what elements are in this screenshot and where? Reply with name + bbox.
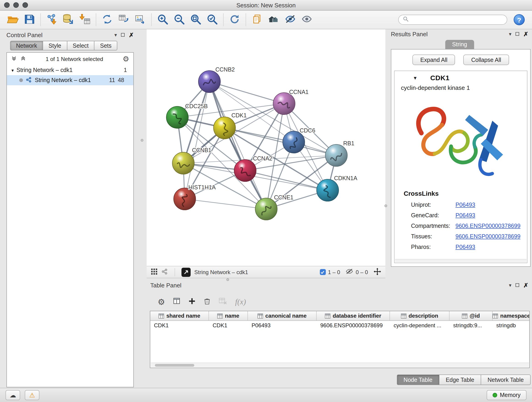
- expand-all-networks-icon[interactable]: [11, 55, 17, 63]
- splitter-grip[interactable]: [226, 278, 229, 281]
- show-columns-icon[interactable]: [173, 297, 181, 307]
- column-header-canonical-name[interactable]: canonical name: [248, 311, 317, 320]
- memory-button[interactable]: Memory: [487, 390, 526, 400]
- zoom-window-button[interactable]: [22, 2, 28, 8]
- crosslink-link-tissues[interactable]: 9606.ENSP00000378699: [456, 233, 520, 240]
- network-node-cdk1[interactable]: CDK1: [214, 112, 247, 139]
- zoom-in-button[interactable]: [154, 12, 171, 27]
- network-node-ccnb2[interactable]: CCNB2: [198, 66, 235, 93]
- scrollbar-thumb[interactable]: [155, 364, 194, 367]
- network-edge[interactable]: [185, 82, 209, 199]
- search-input[interactable]: [411, 17, 503, 23]
- network-edge[interactable]: [185, 199, 266, 209]
- panel-menu-button[interactable]: ▾: [509, 31, 511, 37]
- network-edge[interactable]: [209, 82, 284, 104]
- network-edge[interactable]: [209, 82, 266, 209]
- zoom-out-button[interactable]: [171, 12, 187, 27]
- splitter-grip[interactable]: [385, 204, 387, 207]
- tab-network[interactable]: Network: [10, 41, 43, 51]
- import-table-button[interactable]: [76, 12, 93, 27]
- network-edge[interactable]: [225, 128, 336, 155]
- column-header-namespace[interactable]: namespace: [493, 311, 530, 320]
- crosslink-link-genecard[interactable]: P06493: [456, 212, 475, 218]
- network-share-icon[interactable]: [161, 268, 168, 276]
- network-edge[interactable]: [245, 171, 328, 190]
- add-column-icon[interactable]: [188, 297, 196, 306]
- help-button[interactable]: ?: [514, 14, 525, 25]
- splitter-grip[interactable]: [141, 139, 143, 142]
- network-from-table-button[interactable]: [115, 12, 132, 27]
- crosslink-link-pharos[interactable]: P06493: [456, 244, 475, 250]
- tab-edge-table[interactable]: Edge Table: [439, 375, 481, 385]
- table-options-gear-icon[interactable]: ⚙: [158, 298, 165, 306]
- network-node-ccnb1[interactable]: CCNB1: [172, 147, 211, 174]
- tab-sets[interactable]: Sets: [95, 41, 118, 51]
- hidden-eye-slash-icon[interactable]: [346, 268, 354, 276]
- section-caret-icon[interactable]: ▾: [414, 75, 417, 81]
- pan-move-icon[interactable]: [374, 268, 381, 277]
- panel-close-button[interactable]: ✗: [129, 32, 134, 38]
- crosslink-link-uniprot[interactable]: P06493: [456, 201, 475, 208]
- network-collection-row[interactable]: ▾ String Network – cdk1 1: [7, 65, 133, 75]
- birds-eye-view-button[interactable]: [181, 268, 191, 277]
- minimize-window-button[interactable]: [13, 2, 19, 8]
- delete-table-icon[interactable]: [219, 297, 227, 307]
- column-header-name[interactable]: name: [209, 311, 248, 320]
- tab-style[interactable]: Style: [43, 41, 67, 51]
- panel-close-button[interactable]: ✗: [523, 31, 528, 37]
- zoom-selected-button[interactable]: [204, 12, 220, 27]
- collapse-caret-icon[interactable]: ▾: [12, 68, 14, 73]
- tab-select[interactable]: Select: [67, 41, 95, 51]
- panel-float-button[interactable]: [515, 32, 519, 36]
- panel-menu-button[interactable]: ▾: [114, 32, 117, 38]
- delete-column-icon[interactable]: [203, 297, 211, 306]
- open-session-button[interactable]: [5, 12, 21, 27]
- column-header-id[interactable]: @id: [450, 311, 493, 320]
- warnings-button[interactable]: ⚠: [25, 390, 39, 400]
- tab-network-table[interactable]: Network Table: [481, 375, 531, 385]
- results-scrollbar[interactable]: [395, 259, 526, 262]
- network-graph-svg[interactable]: CCNB2CCNA1CDC25BCDK1CDC6RB1CCNB1CCNA2CDK…: [147, 29, 385, 266]
- node-count: 11: [109, 77, 115, 83]
- export-image-button[interactable]: [132, 12, 148, 27]
- network-options-gear-icon[interactable]: ⚙: [123, 55, 129, 63]
- gene-section-header[interactable]: ▾ CDK1: [394, 71, 527, 84]
- apply-layout-button[interactable]: [226, 12, 243, 27]
- network-canvas[interactable]: CCNB2CCNA1CDC25BCDK1CDC6RB1CCNB1CCNA2CDK…: [147, 29, 385, 266]
- tab-node-table[interactable]: Node Table: [397, 375, 439, 385]
- close-window-button[interactable]: [4, 2, 10, 8]
- collapse-all-button[interactable]: Collapse All: [463, 55, 509, 65]
- network-node-ccna1[interactable]: CCNA1: [273, 89, 309, 115]
- column-header-description[interactable]: description: [390, 311, 450, 320]
- network-row-selected[interactable]: String Network – cdk1 11 48: [7, 75, 133, 85]
- import-network-database-button[interactable]: [60, 12, 76, 27]
- search-icon: [403, 16, 409, 24]
- crosslink-link-compartments[interactable]: 9606.ENSP00000378699: [456, 223, 520, 229]
- grid-view-icon[interactable]: [151, 268, 158, 276]
- cloud-button[interactable]: ☁: [6, 390, 20, 400]
- network-node-rb1[interactable]: RB1: [325, 140, 355, 166]
- function-builder-icon[interactable]: f(x): [235, 297, 246, 306]
- table-row[interactable]: CDK1 CDK1 P06493 9606.ENSP00000378699 cy…: [150, 321, 529, 330]
- column-header-database-identifier[interactable]: database identifier: [317, 311, 390, 320]
- hide-selected-button[interactable]: [282, 12, 298, 27]
- first-neighbors-button[interactable]: [265, 12, 282, 27]
- import-network-file-button[interactable]: [44, 12, 60, 27]
- collapse-all-networks-icon[interactable]: [20, 55, 26, 63]
- column-header-shared-name[interactable]: shared name: [150, 311, 209, 320]
- tab-string[interactable]: String: [445, 40, 474, 49]
- panel-menu-button[interactable]: ▾: [509, 282, 511, 288]
- selected-checkbox-icon[interactable]: [320, 269, 326, 275]
- network-node-cdkn1a[interactable]: CDKN1A: [317, 175, 357, 201]
- panel-float-button[interactable]: [121, 33, 125, 37]
- expand-all-button[interactable]: Expand All: [413, 55, 455, 65]
- panel-close-button[interactable]: ✗: [523, 282, 528, 288]
- show-all-button[interactable]: [298, 12, 315, 27]
- clone-network-button[interactable]: [99, 12, 115, 27]
- zoom-fit-button[interactable]: [187, 12, 204, 27]
- network-node-hist1h1a[interactable]: HIST1H1A: [174, 184, 216, 210]
- copy-button[interactable]: [249, 12, 265, 27]
- save-session-button[interactable]: [21, 12, 38, 27]
- panel-float-button[interactable]: [515, 283, 519, 287]
- table-horizontal-scrollbar[interactable]: [151, 363, 529, 367]
